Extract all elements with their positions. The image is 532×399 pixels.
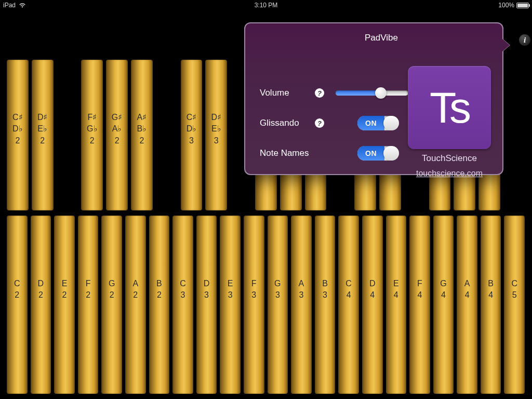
key-label: E3	[220, 278, 241, 301]
key-label: F2	[78, 278, 99, 301]
key-label: G2	[101, 278, 122, 301]
natural-key[interactable]: D2	[31, 216, 51, 394]
battery-text: 100%	[498, 2, 514, 9]
settings-popover: PadVibe Volume ? Glissando ? ON Note Nam…	[244, 22, 503, 175]
natural-key[interactable]: F3	[244, 216, 264, 394]
key-label: A3	[291, 278, 312, 301]
natural-key[interactable]: D4	[362, 216, 383, 394]
natural-key[interactable]: B2	[149, 216, 170, 394]
key-label: C5	[504, 278, 525, 301]
volume-slider[interactable]	[336, 90, 408, 96]
glissando-row: Glissando ? ON	[260, 108, 410, 138]
key-label: C4	[338, 278, 359, 301]
key-label: E4	[386, 278, 407, 301]
glissando-switch[interactable]: ON	[357, 116, 399, 130]
brand-monogram: Ts	[430, 83, 469, 133]
popover-caret	[502, 39, 510, 51]
volume-row: Volume ?	[260, 78, 410, 108]
key-label: D♯E♭3	[205, 112, 227, 147]
notenames-label: Note Names	[260, 148, 312, 158]
natural-key[interactable]: C5	[504, 216, 525, 394]
key-label: C♯D♭3	[181, 112, 203, 147]
natural-key[interactable]: A3	[291, 216, 312, 394]
key-label: A2	[125, 278, 146, 301]
natural-key[interactable]: C2	[7, 216, 28, 394]
key-label: F3	[244, 278, 264, 301]
natural-key[interactable]: B3	[315, 216, 336, 394]
popover-title: PadVibe	[245, 23, 502, 46]
natural-row: C2D2E2F2G2A2B2C3D3E3F3G3A3B3C4D4E4F4G4A4…	[5, 216, 527, 394]
help-icon[interactable]: ?	[315, 118, 324, 128]
natural-key[interactable]: A4	[457, 216, 477, 394]
natural-key[interactable]: G2	[101, 216, 122, 394]
key-label: C2	[7, 278, 28, 301]
clock: 3:10 PM	[0, 2, 532, 9]
key-label: C♯D♭2	[7, 112, 29, 147]
brand-tile[interactable]: Ts	[408, 66, 491, 149]
key-label: G♯A♭2	[106, 112, 128, 147]
natural-key[interactable]: F4	[409, 216, 430, 394]
notenames-switch[interactable]: ON	[357, 146, 399, 161]
key-label: D2	[31, 278, 51, 301]
notenames-row: Note Names ON	[260, 138, 410, 168]
status-bar: iPad 3:10 PM 100%	[0, 0, 532, 10]
key-label: B2	[149, 278, 170, 301]
key-label: D♯E♭2	[32, 112, 54, 147]
natural-key[interactable]: F2	[78, 216, 99, 394]
natural-key[interactable]: G3	[268, 216, 288, 394]
help-icon[interactable]: ?	[315, 88, 324, 98]
brand-link[interactable]: touchscience.com	[408, 169, 491, 178]
key-label: D3	[196, 278, 217, 301]
key-label: E2	[54, 278, 75, 301]
key-label: B4	[481, 278, 501, 301]
sharp-key[interactable]: G♯A♭2	[106, 60, 128, 210]
info-button[interactable]: i	[519, 34, 530, 46]
natural-key[interactable]: G4	[433, 216, 454, 394]
natural-key[interactable]: A2	[125, 216, 146, 394]
key-label: A♯B♭2	[131, 112, 153, 147]
brand-block: Ts TouchScience touchscience.com	[408, 66, 491, 178]
natural-key[interactable]: E3	[220, 216, 241, 394]
natural-key[interactable]: E4	[386, 216, 407, 394]
key-label: D4	[362, 278, 383, 301]
key-label: A4	[457, 278, 477, 301]
sharp-key[interactable]: D♯E♭2	[32, 60, 54, 210]
natural-key[interactable]: C4	[338, 216, 359, 394]
volume-label: Volume	[260, 88, 312, 98]
sharp-key[interactable]: F♯G♭2	[81, 60, 103, 210]
key-label: B3	[315, 278, 336, 301]
key-label: F4	[409, 278, 430, 301]
glissando-label: Glissando	[260, 118, 312, 128]
natural-key[interactable]: E2	[54, 216, 75, 394]
sharp-key[interactable]: A♯B♭2	[131, 60, 153, 210]
key-label: C3	[172, 278, 193, 301]
brand-name: TouchScience	[408, 153, 491, 164]
key-label: G4	[433, 278, 454, 301]
natural-key[interactable]: C3	[172, 216, 193, 394]
sharp-key[interactable]: D♯E♭3	[205, 60, 227, 210]
sharp-key[interactable]: C♯D♭3	[181, 60, 203, 210]
battery-icon	[516, 3, 529, 8]
natural-key[interactable]: B4	[481, 216, 501, 394]
key-label: G3	[268, 278, 288, 301]
sharp-key[interactable]: C♯D♭2	[7, 60, 29, 210]
key-label: F♯G♭2	[81, 112, 103, 147]
natural-key[interactable]: D3	[196, 216, 217, 394]
